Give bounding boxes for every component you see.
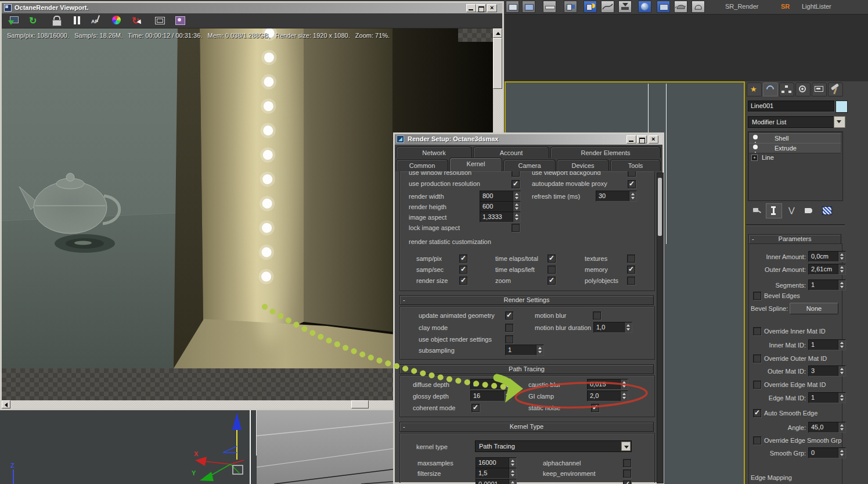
kernel-type-rollout[interactable]: -Kernel Type [399,422,654,432]
tab-kernel[interactable]: Kernel [449,157,502,171]
dialog-minimize-button[interactable] [626,135,636,144]
dialog-scrollbar[interactable] [657,173,664,483]
utilities-tab[interactable] [828,83,843,96]
inner-mat-id-spinner[interactable]: 1 [808,339,846,350]
modifier-list-dropdown[interactable]: Modifier List [748,116,834,128]
spinner-arrows[interactable] [513,212,520,222]
spinner-arrows[interactable] [838,264,845,274]
save-render-icon[interactable] [8,15,19,26]
spinner-arrows[interactable] [838,340,845,350]
spinner-arrows[interactable] [620,391,628,401]
override-edge-mat-checkbox[interactable] [753,381,761,389]
pause-render-icon[interactable] [71,15,83,26]
image-aspect-spinner[interactable]: 1,3333 [480,211,521,223]
object-name-field[interactable]: Line001 [748,101,834,112]
spinner-arrows[interactable] [838,280,845,290]
x-axis-arrow[interactable] [195,457,207,466]
tab-tools[interactable]: Tools [610,159,661,171]
modifier-list-arrow-button[interactable] [834,116,845,128]
modifier-stack-item-line[interactable]: +Line [749,153,841,162]
dialog-title-bar[interactable]: Render Setup: Octane3dsmax × [395,134,662,145]
restart-render-icon[interactable]: ↻ [29,15,41,26]
keep-environment-checkbox[interactable] [623,469,631,478]
autoupdate-movable-proxy-checkbox[interactable] [628,180,636,188]
segments-spinner[interactable]: 1 [808,279,846,291]
gi-clamp-spinner[interactable]: 2,0 [587,390,628,401]
path-tracing-rollout[interactable]: -Path Tracing [399,364,654,374]
spinner-arrows[interactable] [838,422,845,432]
motion-blur-checkbox[interactable] [593,311,601,320]
spinner-arrows[interactable] [503,391,511,401]
refresh-time-spinner[interactable]: 30 [596,191,637,202]
light-lister-icon[interactable] [584,1,597,13]
tab-camera[interactable]: Camera [503,159,556,171]
motion-blur-duration-spinner[interactable]: 1,0 [593,322,632,333]
textures-checkbox[interactable] [627,254,635,263]
render-production-icon[interactable] [691,1,705,13]
spinner-arrows[interactable] [503,379,511,389]
collapse-icon[interactable]: - [403,365,405,374]
focus-picker-icon[interactable]: AF [90,15,102,26]
spinner-arrows[interactable] [838,252,845,261]
mirror-icon[interactable] [564,1,577,13]
smooth-grp-spinner[interactable]: 0 [808,447,846,458]
collapse-icon[interactable]: - [403,296,405,304]
spinner-arrows[interactable] [509,468,516,478]
close-button[interactable]: × [487,4,497,12]
render-width-spinner[interactable]: 800 [480,191,521,202]
use-window-resolution-checkbox[interactable] [512,171,520,177]
dropdown-arrow-button[interactable] [621,442,631,451]
update-animated-geometry-checkbox[interactable] [505,311,513,320]
memory-checkbox[interactable] [627,266,635,274]
alphachannel-checkbox[interactable] [623,459,631,467]
dialog-close-button[interactable]: × [649,135,658,144]
spinner-arrows[interactable] [629,191,636,201]
use-viewport-backgound-checkbox[interactable] [628,171,636,177]
spinner-arrows[interactable] [838,448,845,458]
render-region-icon[interactable] [174,15,186,26]
create-tab[interactable]: ★ [747,83,762,96]
render-size-checkbox[interactable] [459,277,467,285]
motion-tab[interactable] [795,83,811,96]
minimize-button[interactable] [466,4,476,12]
fit-viewport-icon[interactable] [154,15,165,26]
dialog-scroll-thumb[interactable] [658,178,662,236]
bevel-edges-checkbox[interactable] [753,292,761,300]
lightbulb-icon[interactable] [753,135,758,139]
alphashadow-checkbox[interactable] [623,481,631,484]
maxsamples-spinner[interactable]: 16000 [476,457,517,468]
configure-modifier-sets-icon[interactable] [820,205,835,218]
plane-handle[interactable] [233,465,243,474]
snap-toggle-icon[interactable] [506,1,519,13]
tab-render-elements[interactable]: Render Elements [550,146,661,158]
scroll-left-button[interactable] [2,400,10,408]
expand-icon[interactable]: + [751,155,758,161]
transform-gizmo[interactable]: X Y [174,410,273,484]
render-setup-icon[interactable] [657,1,670,13]
use-object-render-settings-checkbox[interactable] [505,335,513,343]
spinner-arrows[interactable] [509,479,516,484]
modifier-stack-item-extrude[interactable]: Extrude [749,143,841,153]
caustic-blur-spinner[interactable]: 0,015 [587,379,628,390]
time-elaps-total-checkbox[interactable] [548,254,556,263]
make-unique-icon[interactable]: ⋁ [785,205,800,218]
spinner-arrows[interactable] [620,379,628,389]
spinner-arrows[interactable] [513,202,520,211]
pin-stack-icon[interactable] [749,205,764,218]
scroll-thumb[interactable] [493,38,502,89]
modify-tab[interactable] [763,83,778,96]
material-editor-icon[interactable] [638,1,651,13]
curve-editor-icon[interactable] [601,1,614,13]
static-noise-checkbox[interactable] [591,404,599,412]
rayepsilon-spinner[interactable]: 0,0001 [476,479,517,484]
kernel-type-dropdown[interactable]: Path Tracing [475,440,632,452]
zoom-checkbox[interactable] [548,277,556,285]
edge-mat-id-spinner[interactable]: 1 [808,392,846,403]
angle-spinner[interactable]: 45,0 [808,422,846,433]
lock-resolution-icon[interactable] [51,15,62,26]
parameters-rollout[interactable]: -Parameters [748,234,841,244]
named-selection-icon[interactable] [543,1,556,13]
collapse-icon[interactable]: - [752,235,754,243]
rendered-frame-icon[interactable] [674,1,687,13]
collapse-icon[interactable]: - [403,422,405,431]
